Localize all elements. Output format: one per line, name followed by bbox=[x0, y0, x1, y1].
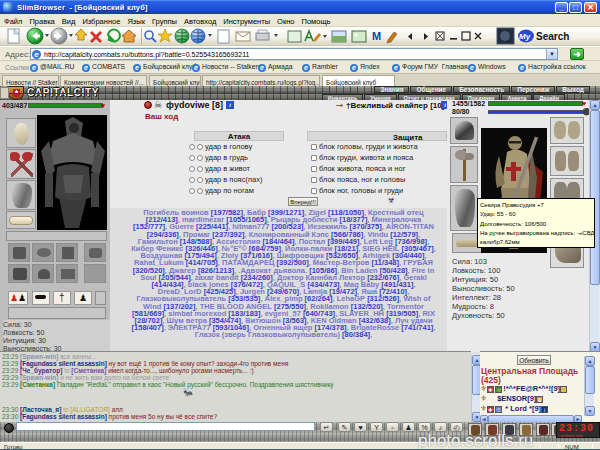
svg-text:Search: Search bbox=[536, 31, 569, 42]
svg-text:M: M bbox=[372, 30, 381, 42]
svg-text:My: My bbox=[519, 32, 531, 41]
